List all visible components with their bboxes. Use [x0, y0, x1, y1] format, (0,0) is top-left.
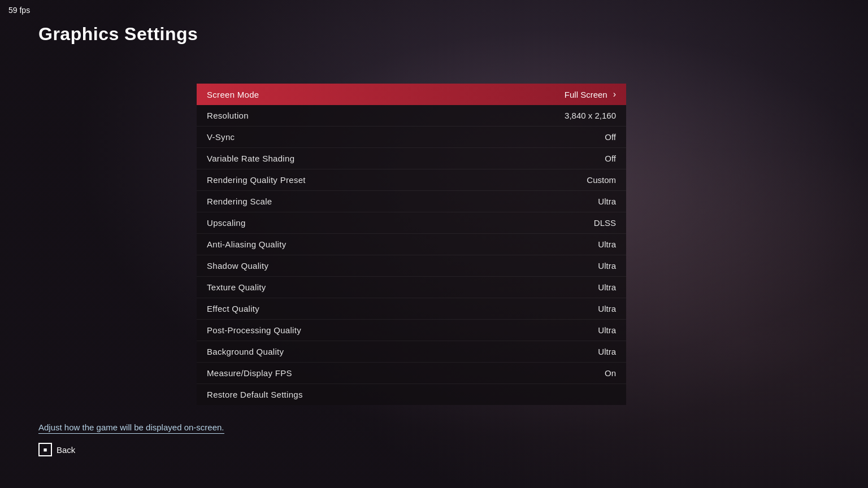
page-title: Graphics Settings — [38, 24, 198, 45]
settings-value-container-measure-display-fps: On — [605, 368, 616, 378]
settings-value-container-anti-aliasing-quality: Ultra — [598, 239, 616, 249]
settings-value-variable-rate-shading: Off — [605, 154, 616, 163]
settings-label-measure-display-fps: Measure/Display FPS — [207, 368, 292, 378]
settings-label-rendering-scale: Rendering Scale — [207, 197, 272, 206]
settings-row-post-processing-quality[interactable]: Post-Processing QualityUltra — [197, 320, 626, 341]
settings-row-rendering-scale[interactable]: Rendering ScaleUltra — [197, 191, 626, 212]
settings-value-texture-quality: Ultra — [598, 282, 616, 292]
back-label: Back — [57, 445, 75, 455]
settings-value-container-post-processing-quality: Ultra — [598, 325, 616, 335]
chevron-right-icon: › — [613, 89, 616, 99]
settings-label-vsync: V-Sync — [207, 132, 235, 142]
settings-label-upscaling: Upscaling — [207, 218, 246, 228]
settings-value-container-effect-quality: Ultra — [598, 304, 616, 313]
settings-row-background-quality[interactable]: Background QualityUltra — [197, 341, 626, 363]
fps-unit: fps — [19, 6, 30, 15]
settings-label-resolution: Resolution — [207, 111, 249, 120]
settings-row-anti-aliasing-quality[interactable]: Anti-Aliasing QualityUltra — [197, 234, 626, 255]
settings-value-container-screen-mode: Full Screen› — [565, 89, 616, 99]
settings-label-variable-rate-shading: Variable Rate Shading — [207, 154, 294, 163]
settings-value-shadow-quality: Ultra — [598, 261, 616, 271]
settings-label-anti-aliasing-quality: Anti-Aliasing Quality — [207, 239, 287, 249]
settings-value-vsync: Off — [605, 132, 616, 142]
settings-label-effect-quality: Effect Quality — [207, 304, 259, 313]
settings-row-screen-mode[interactable]: Screen ModeFull Screen› — [197, 84, 626, 105]
back-icon-symbol: ■ — [44, 446, 47, 453]
settings-value-container-vsync: Off — [605, 132, 616, 142]
settings-value-screen-mode: Full Screen — [565, 90, 607, 99]
settings-row-measure-display-fps[interactable]: Measure/Display FPSOn — [197, 363, 626, 384]
settings-label-screen-mode: Screen Mode — [207, 90, 259, 99]
settings-row-restore-default-settings[interactable]: Restore Default Settings — [197, 384, 626, 405]
back-button[interactable]: ■ Back — [38, 443, 75, 456]
settings-label-post-processing-quality: Post-Processing Quality — [207, 325, 301, 335]
settings-value-upscaling: DLSS — [594, 218, 616, 228]
bottom-hint: Adjust how the game will be displayed on… — [38, 422, 224, 434]
settings-label-restore-default-settings: Restore Default Settings — [207, 390, 303, 399]
settings-row-effect-quality[interactable]: Effect QualityUltra — [197, 298, 626, 320]
settings-value-container-rendering-quality-preset: Custom — [587, 175, 616, 185]
settings-value-anti-aliasing-quality: Ultra — [598, 239, 616, 249]
fps-value: 59 — [8, 6, 18, 15]
fps-counter: 59 fps — [8, 6, 30, 15]
settings-value-container-shadow-quality: Ultra — [598, 261, 616, 271]
settings-value-background-quality: Ultra — [598, 347, 616, 356]
settings-row-vsync[interactable]: V-SyncOff — [197, 127, 626, 148]
settings-value-rendering-quality-preset: Custom — [587, 175, 616, 185]
settings-value-effect-quality: Ultra — [598, 304, 616, 313]
settings-row-texture-quality[interactable]: Texture QualityUltra — [197, 277, 626, 298]
settings-row-rendering-quality-preset[interactable]: Rendering Quality PresetCustom — [197, 169, 626, 191]
settings-row-resolution[interactable]: Resolution3,840 x 2,160 — [197, 105, 626, 127]
settings-value-measure-display-fps: On — [605, 368, 616, 378]
settings-value-container-rendering-scale: Ultra — [598, 197, 616, 206]
settings-label-texture-quality: Texture Quality — [207, 282, 266, 292]
settings-value-resolution: 3,840 x 2,160 — [565, 111, 616, 120]
settings-value-post-processing-quality: Ultra — [598, 325, 616, 335]
settings-label-background-quality: Background Quality — [207, 347, 284, 356]
settings-value-container-upscaling: DLSS — [594, 218, 616, 228]
back-icon: ■ — [38, 443, 52, 456]
settings-value-container-resolution: 3,840 x 2,160 — [565, 111, 616, 120]
settings-row-upscaling[interactable]: UpscalingDLSS — [197, 212, 626, 234]
settings-value-container-variable-rate-shading: Off — [605, 154, 616, 163]
settings-value-rendering-scale: Ultra — [598, 197, 616, 206]
settings-label-shadow-quality: Shadow Quality — [207, 261, 268, 271]
settings-value-container-background-quality: Ultra — [598, 347, 616, 356]
settings-row-shadow-quality[interactable]: Shadow QualityUltra — [197, 255, 626, 277]
settings-panel: Screen ModeFull Screen›Resolution3,840 x… — [197, 84, 626, 405]
settings-row-variable-rate-shading[interactable]: Variable Rate ShadingOff — [197, 148, 626, 169]
settings-value-container-texture-quality: Ultra — [598, 282, 616, 292]
settings-label-rendering-quality-preset: Rendering Quality Preset — [207, 175, 306, 185]
